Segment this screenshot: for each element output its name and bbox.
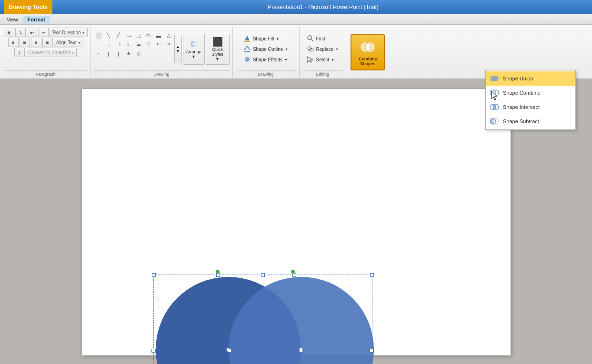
arrange-icon: ⧉ xyxy=(191,39,197,49)
menu-bar: View Format xyxy=(0,14,592,25)
shape-rrect-icon[interactable]: ▢ xyxy=(134,31,143,40)
menu-format[interactable]: Format xyxy=(23,16,50,23)
shape-cloud-icon[interactable]: ☁ xyxy=(134,40,143,49)
shape-intersect-label: Shape Intersect xyxy=(503,104,540,110)
shape-diamond-icon[interactable]: ◇ xyxy=(134,49,143,58)
shape-arrow-icon[interactable]: ⇒ xyxy=(114,40,123,49)
svg-text:ab: ab xyxy=(308,49,311,52)
slide-area[interactable] xyxy=(82,89,511,355)
arrange-label: Arrange xyxy=(186,49,201,54)
shape-combine-icon xyxy=(490,88,499,98)
svg-point-3 xyxy=(247,57,250,60)
shape-arrow2-icon[interactable]: ⇓ xyxy=(124,40,133,49)
edge-handle-left[interactable] xyxy=(151,349,155,353)
shape-effects-btn[interactable]: Shape Effects ▼ xyxy=(240,55,291,64)
find-icon: A xyxy=(307,35,314,42)
line-spacing-btn[interactable]: ↕ xyxy=(14,48,25,57)
text-direction-btn[interactable]: Text Direction ▼ xyxy=(50,28,88,37)
shape-image-icon[interactable]: ⬜ xyxy=(94,31,103,40)
combine-shapes-icon xyxy=(359,39,376,56)
find-btn[interactable]: A Find xyxy=(303,34,342,43)
shape-grid: ⬜ ╲ ╱ ▭ ▢ ⬭ ▬ △ ⌐ ¬ ⇒ ⇓ ☁ ♡ ↶ xyxy=(94,31,173,67)
menu-view[interactable]: View xyxy=(2,16,23,23)
shape-scroll-btn[interactable]: ▲ ▼ xyxy=(174,35,182,63)
svg-point-13 xyxy=(493,76,499,81)
edge-handle-c2-mid[interactable] xyxy=(299,349,303,353)
svg-line-5 xyxy=(311,39,313,42)
arrange-btn[interactable]: ⧉ Arrange ▼ xyxy=(183,34,205,65)
drawing-tools-tab[interactable]: Drawing Tools xyxy=(4,0,52,14)
handle-tr[interactable] xyxy=(370,273,374,277)
shape-heart-icon[interactable]: ♡ xyxy=(144,40,153,49)
replace-arrow: ▼ xyxy=(335,48,339,51)
quick-styles-btn[interactable]: ⬛ Quick Styles ▼ xyxy=(206,34,230,65)
handle-tl[interactable] xyxy=(152,273,156,277)
shape-union-icon xyxy=(490,74,499,83)
combine-shapes-content: Combine Shapes xyxy=(351,28,385,77)
quick-styles-label: Quick Styles xyxy=(211,47,223,57)
align-center-btn[interactable]: ≡ xyxy=(20,38,30,47)
shape-angle-icon[interactable]: ⌐ xyxy=(94,40,103,49)
arrange-arrow: ▼ xyxy=(191,54,196,59)
handle-tm[interactable] xyxy=(261,273,265,277)
shape-intersect-item[interactable]: Shape Intersect xyxy=(486,100,575,114)
shape-style-content: Shape Fill ▼ Shape Outline ▼ xyxy=(239,28,292,70)
shape-rect2-icon[interactable]: ▬ xyxy=(154,31,163,40)
rotate-handle-1[interactable] xyxy=(216,270,220,274)
shape-union-item[interactable]: Shape Union xyxy=(486,71,575,86)
shape-angle2-icon[interactable]: ¬ xyxy=(104,40,113,49)
handle-c1-t[interactable] xyxy=(216,273,220,277)
effects-arrow: ▼ xyxy=(284,58,288,61)
numbering-btn[interactable]: ⒈ xyxy=(15,28,26,37)
decrease-indent-btn[interactable]: ⇤ xyxy=(27,28,37,37)
edge-handle-right[interactable] xyxy=(370,349,373,353)
convert-smartart-btn[interactable]: Convert to SmartArt ▼ xyxy=(26,48,77,57)
bullet-list-btn[interactable]: ≡ xyxy=(4,28,14,37)
shape-effects-label: Shape Effects xyxy=(253,57,282,62)
shape-brace2-icon[interactable]: } xyxy=(114,49,123,58)
shape-intersect-icon xyxy=(490,102,499,112)
outline-icon xyxy=(243,45,251,53)
shape-oval-icon[interactable]: ⬭ xyxy=(144,31,153,40)
shape-brace-icon[interactable]: { xyxy=(104,49,113,58)
shape-line2-icon[interactable]: ╱ xyxy=(114,31,123,40)
outline-arrow: ▼ xyxy=(285,48,288,51)
increase-indent-btn[interactable]: ⇥ xyxy=(38,28,49,37)
align-right-btn[interactable]: ≡ xyxy=(31,38,41,47)
edge-handle-c1-mid[interactable] xyxy=(228,349,231,353)
shape-curved-icon[interactable]: ↶ xyxy=(154,40,163,49)
shape-curved2-icon[interactable]: ↷ xyxy=(164,40,173,49)
scroll-more-icon: ▼ xyxy=(176,49,180,53)
shape-tri-icon[interactable]: △ xyxy=(164,31,173,40)
shape-star-icon[interactable]: ★ xyxy=(124,49,133,58)
fill-icon xyxy=(243,35,251,42)
shape-outline-label: Shape Outline xyxy=(253,47,283,52)
combine-shapes-label: Combine Shapes xyxy=(351,57,384,66)
drawing-group-content: ⬜ ╲ ╱ ▭ ▢ ⬭ ▬ △ ⌐ ¬ ⇒ ⇓ ☁ ♡ ↶ xyxy=(94,28,230,70)
shape-subtract-icon xyxy=(490,117,499,126)
svg-point-8 xyxy=(311,49,313,51)
shape-combine-item[interactable]: Shape Combine xyxy=(486,86,575,100)
combine-shapes-btn[interactable]: Combine Shapes xyxy=(351,34,385,70)
replace-btn[interactable]: ab Replace ▼ xyxy=(303,44,342,54)
replace-icon: ab xyxy=(307,45,314,53)
replace-label: Replace xyxy=(316,47,334,52)
rotate-handle-2[interactable] xyxy=(291,270,295,274)
shape-outline-btn[interactable]: Shape Outline ▼ xyxy=(240,44,291,54)
shape-subtract-label: Shape Subtract xyxy=(503,118,539,124)
para-row-3: ↕ Convert to SmartArt ▼ xyxy=(14,48,77,57)
shape-rect-icon[interactable]: ▭ xyxy=(124,31,133,40)
shape-arc-icon[interactable]: ⌢ xyxy=(94,49,103,58)
align-text-btn[interactable]: Align Text ▼ xyxy=(54,38,83,47)
shape-line-icon[interactable]: ╲ xyxy=(104,31,113,40)
shape-subtract-item[interactable]: Shape Subtract xyxy=(486,114,575,128)
align-left-btn[interactable]: ≡ xyxy=(8,38,19,47)
handle-c2-t[interactable] xyxy=(292,273,296,277)
shape-fill-btn[interactable]: Shape Fill ▼ xyxy=(240,34,291,43)
select-label: Select xyxy=(316,57,330,62)
convert-smartart-label: Convert to SmartArt xyxy=(28,50,70,55)
combine-shapes-dropdown: Shape Union Shape Combine Shape Intersec… xyxy=(485,70,576,130)
justify-btn[interactable]: ≡ xyxy=(42,38,53,47)
select-btn[interactable]: Select ▼ xyxy=(303,55,342,64)
align-text-arrow: ▼ xyxy=(78,41,81,44)
